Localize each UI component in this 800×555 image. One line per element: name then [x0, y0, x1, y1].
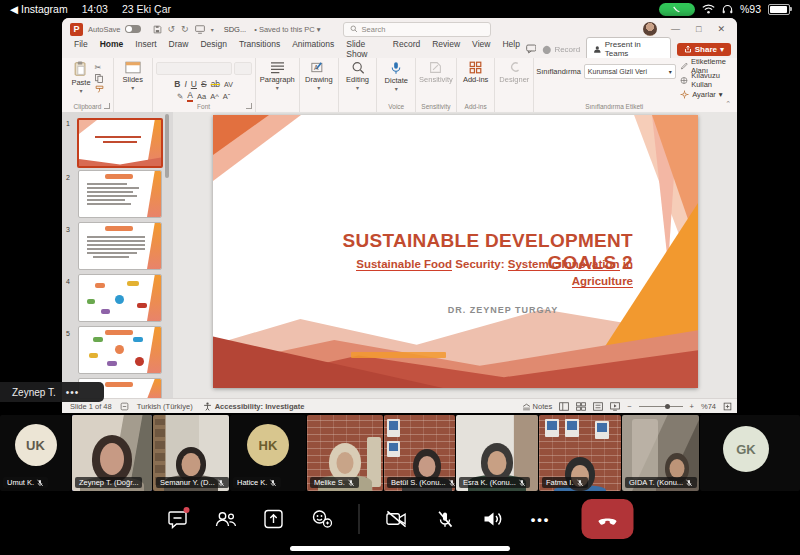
record-button[interactable]: ⬤ Record	[542, 45, 580, 54]
dictate-button[interactable]: Dictate	[377, 61, 415, 92]
paste-button[interactable]: Paste	[71, 61, 90, 94]
notes-toggle[interactable]: Notes	[522, 402, 553, 411]
presenter-overlay[interactable]: Zeynep T. •••	[0, 382, 104, 402]
slide-thumbnail-2[interactable]	[78, 170, 162, 218]
zoom-slider[interactable]	[639, 406, 683, 407]
hang-up-button[interactable]	[582, 499, 634, 539]
home-indicator[interactable]	[290, 546, 510, 551]
participant-tile-zeynep[interactable]: Zeynep T. (Doğr...	[72, 415, 152, 491]
underline-button[interactable]: U	[191, 79, 197, 89]
increase-font-button[interactable]: A^	[210, 92, 219, 101]
more-options-button[interactable]: •••	[530, 508, 552, 530]
classification-dropdown[interactable]: Kurumsal Gizli Veri▾	[584, 64, 676, 79]
designer-icon	[508, 61, 521, 74]
paste-label: Paste	[71, 78, 90, 87]
settings-button[interactable]: Ayarlar ▾	[680, 87, 737, 101]
chat-button[interactable]	[167, 508, 189, 530]
participant-tile-betul[interactable]: Betül S. (Konu...	[384, 415, 455, 491]
saved-status[interactable]: • Saved to this PC ▾	[254, 25, 320, 34]
participant-tile-esra[interactable]: Esra K. (Konu...	[456, 415, 538, 491]
participant-tile-hatice[interactable]: HK Hatice K.	[230, 415, 306, 491]
paragraph-button[interactable]: Paragraph	[256, 61, 299, 91]
addins-button[interactable]: Add-ins	[457, 61, 495, 84]
new-slide-button[interactable]: Slides	[114, 61, 152, 91]
slideshow-view-icon[interactable]	[610, 402, 620, 411]
search-input[interactable]: Search	[343, 22, 491, 37]
cut-icon[interactable]: ✂	[95, 63, 104, 72]
people-button[interactable]	[215, 508, 237, 530]
reactions-button[interactable]	[311, 508, 333, 530]
addins-group: Add-ins Add-ins	[457, 58, 496, 112]
participant-tile-melike[interactable]: Melike S.	[307, 415, 383, 491]
format-painter-icon[interactable]	[95, 85, 104, 93]
participant-tile-gida[interactable]: GIDA T. (Konu...	[622, 415, 699, 491]
font-dialog-launcher[interactable]	[246, 103, 252, 109]
use-guide-button[interactable]: Kılavuzu Kullan	[680, 73, 737, 87]
font-size-combobox[interactable]	[234, 62, 252, 75]
minimize-button[interactable]: —	[671, 24, 680, 34]
zoom-in-button[interactable]: +	[690, 402, 694, 411]
slide-thumbnail-4[interactable]	[78, 274, 162, 322]
participant-tile-umut[interactable]: UK Umut K.	[0, 415, 71, 491]
slide-sorter-view-icon[interactable]	[576, 402, 586, 411]
notes-indicator-icon[interactable]	[120, 402, 129, 411]
collapse-ribbon-icon[interactable]: ⌃	[725, 100, 731, 108]
highlight-button[interactable]: ab	[211, 79, 220, 89]
editing-button[interactable]: Editing	[339, 61, 377, 91]
normal-view-icon[interactable]	[559, 402, 569, 411]
italic-button[interactable]: I	[184, 79, 186, 89]
slide-counter[interactable]: Slide 1 of 48	[70, 402, 112, 411]
autosave-toggle[interactable]	[125, 25, 141, 33]
copy-icon[interactable]	[95, 74, 103, 83]
close-button[interactable]: ✕	[717, 24, 725, 34]
drawing-button[interactable]: A Drawing	[300, 61, 338, 91]
language-status[interactable]: Turkish (Türkiye)	[137, 402, 193, 411]
slide-thumbnail-3[interactable]	[78, 222, 162, 270]
sensitivity-button[interactable]: Sensitivity	[416, 61, 456, 84]
zoom-level[interactable]: %74	[701, 402, 716, 411]
camera-off-button[interactable]	[386, 508, 408, 530]
current-slide[interactable]: SUSTAINABLE DEVELOPMENT GOALS 2 Sustaina…	[213, 115, 698, 388]
participant-tile-semanur[interactable]: Semanur Y. (D...	[153, 415, 229, 491]
speaker-button[interactable]	[482, 508, 504, 530]
participant-name-label: Umut K.	[3, 477, 48, 488]
account-avatar[interactable]	[643, 22, 657, 36]
editing-icon	[351, 61, 365, 74]
font-color-button[interactable]: A	[187, 91, 193, 102]
font-name-combobox[interactable]	[156, 62, 232, 75]
participant-tile-fatma[interactable]: Fatma I.	[539, 415, 621, 491]
accessibility-status[interactable]: Accessibility: Investigate	[215, 402, 305, 411]
bold-button[interactable]: B	[174, 79, 180, 89]
designer-button[interactable]: Designer	[495, 61, 533, 84]
classification-group-label: Sınıflandırma Etiketi	[554, 103, 674, 110]
participant-tile-gk[interactable]: GK	[700, 415, 800, 491]
slide-thumbnail-1[interactable]	[77, 118, 163, 168]
redo-icon[interactable]: ↻	[181, 24, 189, 34]
qat-more-icon[interactable]: ▾	[211, 26, 214, 33]
strikethrough-button[interactable]: S	[201, 79, 207, 89]
share-screen-button[interactable]	[263, 508, 285, 530]
maximize-button[interactable]: □	[696, 24, 701, 34]
draw-text-button[interactable]: ✎	[177, 92, 183, 101]
decrease-font-button[interactable]: Aˇ	[223, 92, 231, 101]
undo-icon[interactable]: ↺	[168, 24, 176, 34]
document-title[interactable]: SDG...	[224, 25, 247, 34]
comments-icon[interactable]	[526, 44, 537, 54]
slide-author: DR. ZEYNEP TURGAY	[373, 305, 633, 315]
character-spacing-button[interactable]: AV	[224, 81, 233, 88]
clipboard-dialog-launcher[interactable]	[104, 103, 110, 109]
thumbnail-scrollbar[interactable]	[165, 114, 169, 178]
slide-thumbnail-5[interactable]	[78, 326, 162, 374]
ribbon-tab-row: File Home Insert Draw Design Transitions…	[62, 40, 737, 58]
fit-to-window-icon[interactable]	[723, 402, 732, 411]
zoom-out-button[interactable]: −	[627, 402, 631, 411]
save-icon[interactable]	[153, 25, 162, 34]
mic-off-button[interactable]	[434, 508, 456, 530]
presenter-more-icon[interactable]: •••	[66, 387, 80, 398]
active-call-indicator[interactable]	[659, 3, 695, 16]
back-to-app-button[interactable]: ◀ Instagram	[10, 3, 68, 15]
share-button[interactable]: Share ▾	[677, 43, 731, 56]
reading-view-icon[interactable]	[593, 402, 603, 411]
change-case-button[interactable]: Aa	[197, 92, 206, 101]
display-settings-icon[interactable]	[195, 25, 205, 34]
